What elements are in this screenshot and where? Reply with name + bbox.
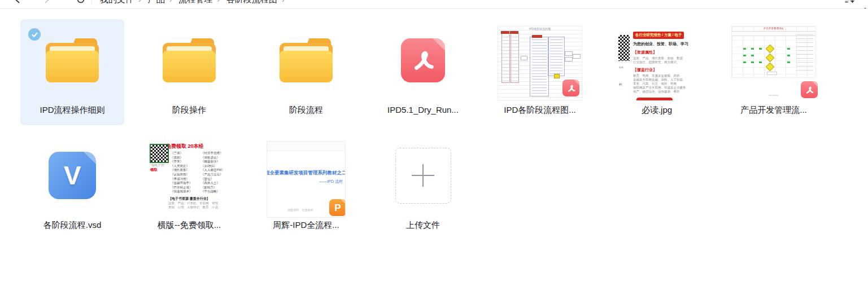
upload-file-tile[interactable]: 上传文件: [371, 134, 475, 240]
file-tile-pdf-thumbnail[interactable]: 产品开发管理流程 产品开发管理流...: [722, 19, 826, 125]
file-name: 必读.jpg: [642, 105, 672, 116]
thumbnail-title: 产品开发管理流程: [732, 27, 815, 30]
file-tile-image[interactable]: ios 料 各行业研究报告 / 方案 / 电子 为您的创业、投资、职场、学习 【…: [605, 19, 709, 125]
thumbnail-heading: 【电子书资源 覆盖全行业】: [168, 196, 210, 201]
pdf-file-icon: [371, 19, 475, 102]
breadcrumb: 我的文件 › 产品 › 流程管理 › 各阶段流程图 ›: [100, 0, 291, 5]
refresh-icon[interactable]: [76, 0, 86, 5]
file-tile-folder-selected[interactable]: IPD流程操作细则: [20, 19, 124, 125]
thumbnail-text: 运营、产品、增长黑客、营销、数据 行业报告、趋势研究、商业模式、: [633, 56, 696, 64]
file-name: 横版--免费领取...: [158, 220, 221, 231]
visio-file-icon: V: [20, 134, 124, 217]
pdf-badge-icon: [562, 80, 579, 96]
ppt-badge-icon: P: [329, 199, 346, 216]
file-grid: IPD流程操作细则 阶段操作 阶段流程 IPD5.1_Dry_Run...: [0, 9, 868, 240]
document-thumbnail: IPD各阶段流程图: [498, 26, 582, 100]
file-name: 各阶段流程.vsd: [43, 220, 102, 231]
upload-dropzone[interactable]: [395, 148, 451, 204]
thumbnail-caption-line: [769, 95, 779, 96]
upload-label: 上传文件: [406, 220, 440, 231]
thumbnail-title: IPD各阶段流程图: [498, 27, 582, 30]
image-thumbnail: 免费领取 20本经 "领电子书" 领取 《三体》 《原则》 《异类》 《人类简史…: [149, 141, 229, 217]
thumbnail-title: 程全要素集研发项目管理系列教材之二: [267, 170, 345, 177]
thumbnail-heading: 【覆盖行业】: [633, 67, 696, 73]
thumbnail-heading: 免费领取 20本经: [166, 143, 204, 150]
file-tile-ppt-thumbnail[interactable]: 程全要素集研发项目管理系列教材之二 ——IPD 流程 内部资料 注意保密 P 周…: [254, 134, 358, 240]
selected-check-icon[interactable]: [28, 28, 41, 41]
thumbnail-footnote: 内部资料 注意保密: [267, 208, 334, 212]
breadcrumb-item[interactable]: 流程管理: [178, 0, 212, 5]
breadcrumb-item[interactable]: 产品: [148, 0, 165, 5]
file-name: IPD流程操作细则: [40, 105, 104, 116]
plus-icon: [422, 164, 424, 187]
chevron-right-icon: ›: [282, 0, 285, 4]
qr-code: [150, 144, 169, 163]
file-name: IPD各阶段流程图...: [504, 105, 576, 116]
image-thumbnail: ios 料 各行业研究报告 / 方案 / 电子 为您的创业、投资、职场、学习 【…: [617, 26, 696, 100]
thumbnail-side-text: ios: [619, 65, 623, 69]
file-name: 周辉-IPD全流程...: [273, 220, 339, 231]
file-name: 阶段流程: [289, 105, 323, 116]
visio-v-glyph: V: [64, 162, 81, 188]
breadcrumb-item-current[interactable]: 各阶段流程图: [226, 0, 277, 5]
book-list-column: 《经济学思维》 《体验进化》 《精益创业》 《从0到1》 《人人都是PM》 《产…: [201, 151, 224, 194]
file-tile-folder[interactable]: 阶段流程: [254, 19, 358, 125]
flow-dots: [743, 48, 746, 50]
file-tile-visio[interactable]: V 各阶段流程.vsd: [20, 134, 124, 240]
thumbnail-side-text: 料: [619, 82, 622, 87]
thumbnail-banner: 各行业研究报告 / 方案 / 电子: [633, 32, 684, 39]
document-thumbnail: 产品开发管理流程: [731, 26, 816, 78]
file-name: IPD5.1_Dry_Run...: [387, 105, 459, 115]
acrobat-logo-icon: [410, 47, 436, 73]
document-thumbnail: 程全要素集研发项目管理系列教材之二 ——IPD 流程 内部资料 注意保密 P: [267, 141, 346, 218]
pdf-badge-icon: [801, 81, 818, 98]
more-icon[interactable]: [864, 8, 866, 9]
thumbnail-text: 教育、电商、直播及短视频、内容 金融及互联网金融、保险、人工智能 零售、汽车、社…: [633, 74, 696, 94]
folder-icon: [137, 19, 241, 102]
thumbnail-heading: 【资源属性】: [633, 50, 696, 55]
thumbnail-text-lines: [796, 34, 813, 71]
file-tile-pdf-thumbnail[interactable]: IPD各阶段流程图 IPD各阶段流程图...: [488, 19, 592, 125]
chevron-right-icon: ›: [217, 0, 220, 4]
thumbnail-text: 运营、产品、计算机、互联网、管理、 营销、心理、人物传记、教育、小说、: [168, 201, 221, 209]
toolbar-divider: [91, 0, 92, 4]
file-tile-image[interactable]: 免费领取 20本经 "领电子书" 领取 《三体》 《原则》 《异类》 《人类简史…: [137, 134, 241, 240]
file-tile-folder[interactable]: 阶段操作: [137, 19, 241, 125]
thumbnail-side-text: "领电子书" 领取: [150, 164, 167, 171]
folder-icon: [254, 19, 358, 102]
thumbnail-text: 为您的创业、投资、职场、学习: [633, 41, 696, 47]
file-name: 产品开发管理流...: [740, 105, 807, 116]
file-name: 阶段操作: [172, 105, 206, 116]
thumbnail-red-pill: [636, 98, 673, 100]
back-icon[interactable]: [12, 0, 23, 5]
file-tile-pdf[interactable]: IPD5.1_Dry_Run...: [371, 19, 475, 125]
sort-icon[interactable]: [844, 0, 854, 5]
book-list-column: 《三体》 《原则》 《异类》 《人类简史》 《增长黑客》 《认知突围》 《养成习…: [171, 151, 193, 194]
top-toolbar: 我的文件 › 产品 › 流程管理 › 各阶段流程图 ›: [0, 0, 868, 9]
chevron-right-icon: ›: [138, 0, 141, 4]
chevron-right-icon: ›: [169, 0, 172, 4]
thumbnail-subtitle: ——IPD 流程: [319, 179, 343, 184]
qr-code: [618, 35, 630, 61]
forward-icon[interactable]: [42, 0, 52, 5]
breadcrumb-item[interactable]: 我的文件: [100, 0, 134, 5]
